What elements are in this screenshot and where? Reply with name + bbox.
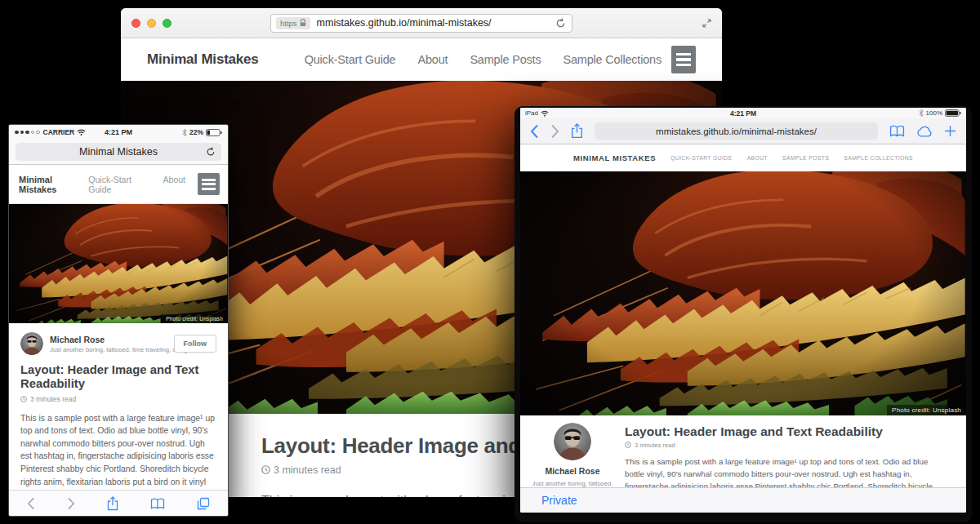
ipad-device: iPad 4:21 PM 100% mmistakes.github.io/mi… bbox=[514, 106, 972, 522]
nav-about[interactable]: About bbox=[417, 53, 448, 66]
share-icon[interactable] bbox=[571, 123, 583, 139]
article-region: Michael Rose Just another boring, tattoo… bbox=[520, 415, 966, 489]
avatar bbox=[20, 332, 43, 355]
clock-icon bbox=[625, 442, 631, 448]
clock-icon bbox=[261, 465, 270, 474]
nav-quick-start-guide[interactable]: Quick-Start Guide bbox=[305, 53, 396, 66]
iphone-status-bar: CARRIER 4:21 PM 22% bbox=[9, 125, 228, 140]
back-button[interactable] bbox=[27, 497, 35, 510]
share-icon[interactable] bbox=[107, 496, 118, 511]
reload-button[interactable] bbox=[206, 147, 216, 157]
close-window-button[interactable] bbox=[131, 19, 140, 28]
https-label: https bbox=[280, 19, 297, 28]
bluetooth-icon bbox=[919, 109, 924, 117]
forward-button[interactable] bbox=[67, 497, 75, 510]
nav-quick-start-guide[interactable]: Quick-Start Guide bbox=[670, 155, 733, 161]
nav-about[interactable]: About bbox=[163, 175, 185, 194]
site-masthead: Minimal Mistakes Quick-Start Guide About bbox=[9, 165, 228, 204]
iphone-safari-urlbar: Minimal Mistakes bbox=[9, 140, 228, 165]
site-nav: Quick-Start Guide About bbox=[88, 175, 185, 194]
forward-button[interactable] bbox=[550, 124, 559, 139]
bluetooth-icon bbox=[182, 129, 187, 136]
iphone-safari-toolbar bbox=[9, 490, 228, 516]
page-title: Minimal Mistakes bbox=[79, 146, 158, 158]
zoom-window-button[interactable] bbox=[163, 19, 172, 28]
feature-image: Photo credit: Unsplash bbox=[9, 204, 228, 323]
address-bar[interactable]: mmistakes.github.io/minimal-mistakes/ bbox=[595, 122, 878, 140]
iphone-status-right: 22% bbox=[182, 128, 222, 136]
minimize-window-button[interactable] bbox=[147, 19, 156, 28]
photo-credit-overlay: Photo credit: Unsplash bbox=[161, 314, 228, 323]
tabs-icon[interactable] bbox=[197, 497, 210, 510]
private-browsing-bar: Private bbox=[520, 487, 966, 513]
menu-toggle-button[interactable] bbox=[671, 46, 696, 73]
photo-credit-overlay: Photo credit: Unsplash bbox=[887, 405, 966, 415]
site-title-link[interactable]: Minimal Mistakes bbox=[147, 51, 259, 68]
clock-icon bbox=[20, 396, 27, 402]
avatar bbox=[554, 423, 591, 460]
feature-image: Photo credit: Unsplash bbox=[520, 171, 966, 415]
nav-quick-start-guide[interactable]: Quick-Start Guide bbox=[88, 175, 150, 194]
composition-canvas: https mmistakes.github.io/minimal-mistak… bbox=[0, 0, 980, 524]
ipad-screen: iPad 4:21 PM 100% mmistakes.github.io/mi… bbox=[520, 108, 966, 513]
address-bar[interactable]: Minimal Mistakes bbox=[16, 143, 221, 161]
iphone-device: CARRIER 4:21 PM 22% Minimal Mistakes Min… bbox=[8, 124, 229, 517]
menu-toggle-button[interactable] bbox=[198, 173, 220, 195]
bookmarks-book-icon[interactable] bbox=[150, 498, 165, 509]
author-sidebar: Michael Rose Just another boring, tattoo… bbox=[520, 415, 625, 489]
site-title-link[interactable]: Minimal Mistakes bbox=[573, 153, 656, 162]
author-portrait bbox=[554, 423, 591, 460]
https-badge: https bbox=[276, 17, 310, 29]
cloud-icon[interactable] bbox=[916, 126, 933, 137]
reload-button[interactable] bbox=[555, 18, 566, 29]
battery-percent: 22% bbox=[189, 128, 203, 136]
fullscreen-icon[interactable] bbox=[702, 19, 711, 28]
site-title-link[interactable]: Minimal Mistakes bbox=[19, 175, 88, 194]
nav-sample-posts[interactable]: Sample Posts bbox=[782, 155, 829, 161]
window-controls bbox=[131, 8, 172, 38]
lock-icon bbox=[300, 19, 306, 27]
private-label[interactable]: Private bbox=[541, 494, 577, 507]
clock: 4:21 PM bbox=[520, 109, 966, 118]
url-text: mmistakes.github.io/minimal-mistakes/ bbox=[317, 17, 492, 29]
read-time: 3 minutes read bbox=[625, 442, 935, 449]
site-masthead: Minimal Mistakes Quick-Start Guide About… bbox=[121, 38, 722, 81]
nav-sample-collections[interactable]: Sample Collections bbox=[844, 155, 913, 161]
article-paragraph: This is a sample post with a large featu… bbox=[625, 455, 935, 489]
ipad-status-bar: iPad 4:21 PM 100% bbox=[520, 108, 966, 118]
author-portrait bbox=[20, 332, 43, 355]
ipad-status-right: 100% bbox=[919, 109, 961, 117]
nav-sample-posts[interactable]: Sample Posts bbox=[470, 53, 541, 66]
desktop-browser-toolbar: https mmistakes.github.io/minimal-mistak… bbox=[121, 8, 722, 38]
author-name: Michael Rose bbox=[545, 466, 599, 476]
leaves-photo bbox=[9, 204, 228, 323]
battery-icon bbox=[206, 129, 222, 136]
nav-sample-collections[interactable]: Sample Collections bbox=[563, 53, 662, 66]
back-button[interactable] bbox=[530, 124, 539, 139]
follow-button[interactable]: Follow bbox=[174, 335, 217, 353]
reader-book-icon[interactable] bbox=[889, 125, 905, 137]
battery-icon bbox=[945, 109, 961, 117]
site-nav: Quick-Start Guide About Sample Posts Sam… bbox=[305, 53, 662, 66]
ipad-safari-toolbar: mmistakes.github.io/minimal-mistakes/ bbox=[520, 118, 966, 144]
article-title: Layout: Header Image and Text Readabilit… bbox=[20, 363, 208, 392]
nav-about[interactable]: About bbox=[747, 155, 768, 161]
read-time: 3 minutes read bbox=[20, 395, 216, 403]
article-title: Layout: Header Image and Text Readabilit… bbox=[625, 424, 935, 439]
battery-percent: 100% bbox=[926, 109, 942, 117]
new-tab-plus-icon[interactable] bbox=[944, 125, 956, 137]
leaves-photo bbox=[520, 171, 966, 415]
article-body: Layout: Header Image and Text Readabilit… bbox=[625, 415, 966, 489]
site-masthead: Minimal Mistakes Quick-Start Guide About… bbox=[520, 144, 966, 171]
address-bar[interactable]: https mmistakes.github.io/minimal-mistak… bbox=[270, 14, 572, 33]
article-region: Michael Rose Just another boring, tattoo… bbox=[9, 323, 228, 505]
